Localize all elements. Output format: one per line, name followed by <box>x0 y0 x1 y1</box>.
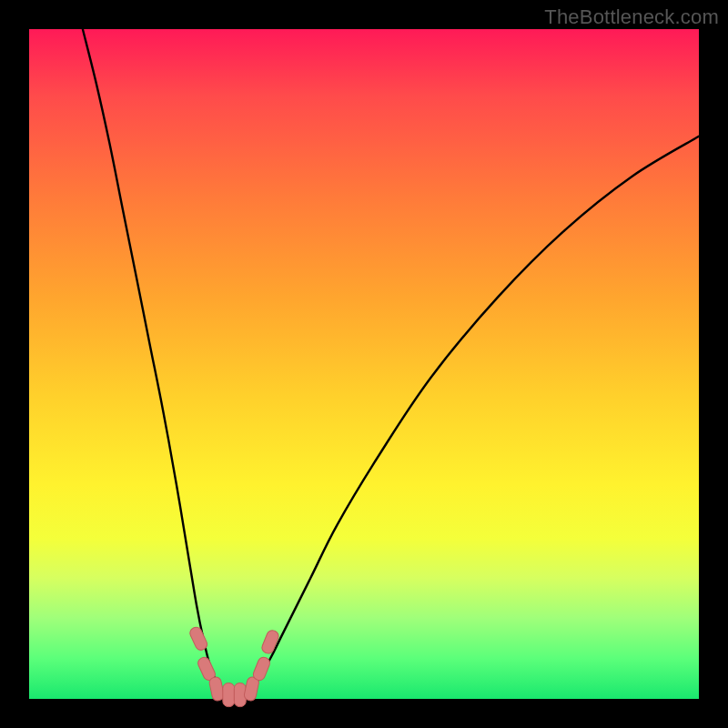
bottleneck-curve <box>29 29 699 699</box>
plot-area <box>29 29 699 699</box>
watermark-text: TheBottleneck.com <box>544 5 719 29</box>
curve-markers <box>188 625 280 706</box>
curve-left-branch <box>83 29 237 696</box>
chart-frame: TheBottleneck.com <box>0 0 728 728</box>
curve-marker <box>260 629 280 655</box>
curve-marker <box>188 625 209 652</box>
curve-right-branch <box>237 136 699 696</box>
curve-marker <box>252 655 272 682</box>
curve-marker <box>223 683 235 707</box>
